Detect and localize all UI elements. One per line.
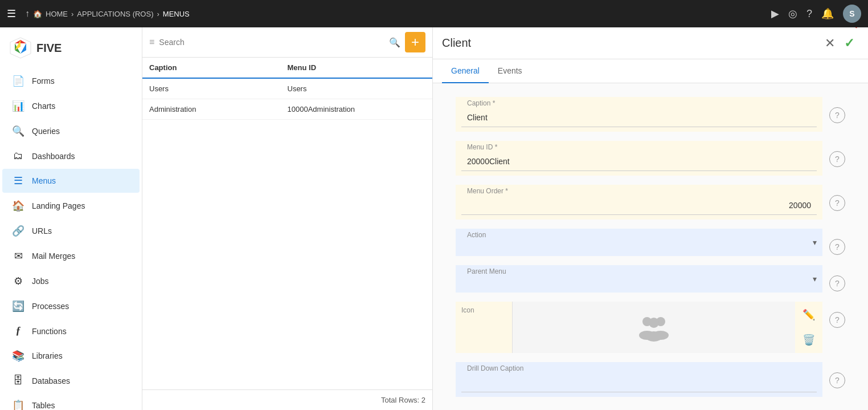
close-button[interactable]: ✕ xyxy=(820,34,840,53)
sidebar-item-urls[interactable]: 🔗 URLs xyxy=(2,219,140,243)
list-toolbar: ≡ 🔍 + ↓ xyxy=(142,27,432,58)
icon-field-wrapper: Icon xyxy=(456,302,822,353)
sidebar-item-label: Queries xyxy=(32,127,60,136)
urls-icon: 🔗 xyxy=(11,225,25,237)
menuorder-container: Menu Order * xyxy=(456,185,822,220)
bell-icon[interactable]: 🔔 xyxy=(821,7,834,20)
sidebar-item-processes[interactable]: 🔄 Processes xyxy=(2,294,140,318)
mail-merges-icon: ✉ xyxy=(11,250,25,262)
action-field-wrapper: Action ▾ xyxy=(456,229,822,256)
table-row[interactable]: Administration 10000Administration xyxy=(142,99,432,120)
tab-events[interactable]: Events xyxy=(489,59,531,83)
home-icon: 🏠 xyxy=(33,10,42,18)
menuid-input[interactable] xyxy=(461,152,817,171)
nav-home-label[interactable]: HOME xyxy=(46,10,68,18)
sidebar-item-mail-merges[interactable]: ✉ Mail Merges xyxy=(2,244,140,268)
menu-icon[interactable]: ☰ xyxy=(7,7,16,20)
column-menuid: Menu ID xyxy=(288,63,426,72)
caption-container: Caption * xyxy=(456,97,822,132)
help-icon[interactable]: ? xyxy=(806,8,812,20)
menuid-help-icon[interactable]: ? xyxy=(829,151,845,167)
sidebar-logo: FIVE xyxy=(0,27,142,68)
forms-icon: 📄 xyxy=(11,75,25,87)
menus-icon: ☰ xyxy=(11,174,25,187)
caption-label: Caption * xyxy=(461,99,817,107)
sidebar-item-label: Jobs xyxy=(32,277,49,286)
sidebar-item-charts[interactable]: 📊 Charts xyxy=(2,94,140,118)
icon-edit-button[interactable]: ✏️ xyxy=(803,308,815,321)
tab-general[interactable]: General xyxy=(442,59,489,83)
topbar: ☰ ↑ 🏠 HOME › APPLICATIONS (ROS) › MENUS … xyxy=(0,0,868,27)
sidebar-item-dashboards[interactable]: 🗂 Dashboards xyxy=(2,144,140,168)
sidebar-item-label: Menus xyxy=(32,176,56,185)
sidebar-item-label: Tables xyxy=(32,401,55,410)
drilldown-help-icon[interactable]: ? xyxy=(829,372,845,388)
breadcrumb: ↑ 🏠 HOME › APPLICATIONS (ROS) › MENUS xyxy=(25,9,767,19)
sidebar-item-functions[interactable]: ƒ Functions xyxy=(2,319,140,343)
sidebar-item-landing-pages[interactable]: 🏠 Landing Pages xyxy=(2,194,140,218)
sidebar-item-libraries[interactable]: 📚 Libraries xyxy=(2,344,140,368)
parentmenu-label: Parent Menu xyxy=(461,267,804,275)
sidebar-item-queries[interactable]: 🔍 Queries xyxy=(2,119,140,143)
sidebar-item-label: Mail Merges xyxy=(32,251,75,261)
table-row[interactable]: Users Users xyxy=(142,79,432,99)
confirm-button[interactable]: ✓ ↗ xyxy=(840,34,859,53)
search-icon[interactable]: 🔍 xyxy=(389,37,400,48)
search-icon[interactable]: ◎ xyxy=(788,7,797,20)
sidebar-item-label: URLs xyxy=(32,226,52,236)
drilldown-label: Drill Down Caption xyxy=(461,364,817,372)
row-caption: Administration xyxy=(149,105,288,113)
sidebar-item-label: Charts xyxy=(32,102,55,111)
libraries-icon: 📚 xyxy=(11,350,25,362)
parentmenu-container: Parent Menu xyxy=(456,265,822,293)
sidebar-item-databases[interactable]: 🗄 Databases xyxy=(2,369,140,392)
icon-delete-button[interactable]: 🗑️ xyxy=(803,334,815,346)
icon-help-icon[interactable]: ? xyxy=(829,312,845,328)
sidebar-item-jobs[interactable]: ⚙ Jobs xyxy=(2,269,140,293)
menuorder-input[interactable] xyxy=(461,196,817,215)
caption-field-wrapper: Caption * xyxy=(456,97,822,132)
icon-preview xyxy=(513,302,795,353)
svg-point-3 xyxy=(649,318,659,328)
menuid-field-wrapper: Menu ID * xyxy=(456,141,822,176)
drilldown-row: Drill Down Caption ? xyxy=(456,362,845,397)
table-header: Caption Menu ID xyxy=(142,58,432,79)
play-icon[interactable]: ▶ xyxy=(771,7,779,20)
sidebar-item-tables[interactable]: 📋 Tables xyxy=(2,393,140,410)
parentmenu-help-icon[interactable]: ? xyxy=(829,275,845,291)
detail-scroll-panel[interactable]: Caption * ? Menu ID * xyxy=(433,83,868,410)
main-layout: FIVE 📄 Forms 📊 Charts 🔍 Queries 🗂 Dashbo… xyxy=(0,27,868,410)
up-icon[interactable]: ↑ xyxy=(25,9,30,19)
dashboards-icon: 🗂 xyxy=(11,150,25,162)
add-button[interactable]: + ↓ xyxy=(405,32,425,52)
drilldown-container: Drill Down Caption xyxy=(456,362,822,397)
avatar[interactable]: S xyxy=(843,5,861,23)
row-caption: Users xyxy=(149,84,288,93)
sidebar-item-menus[interactable]: ☰ Menus xyxy=(2,169,140,193)
sidebar-item-label: Dashboards xyxy=(32,152,75,161)
row-menuid: Users xyxy=(288,84,426,93)
drilldown-input[interactable] xyxy=(461,374,817,392)
sidebar-item-forms[interactable]: 📄 Forms xyxy=(2,69,140,93)
search-input[interactable] xyxy=(159,38,384,47)
nav-menus-label[interactable]: MENUS xyxy=(163,10,190,18)
menuorder-help-icon[interactable]: ? xyxy=(829,195,845,211)
action-help-icon[interactable]: ? xyxy=(829,239,845,255)
sidebar-item-label: Functions xyxy=(32,327,67,336)
functions-icon: ƒ xyxy=(11,325,25,337)
svg-point-6 xyxy=(645,331,662,342)
tables-icon: 📋 xyxy=(11,399,25,410)
parentmenu-select[interactable] xyxy=(461,277,804,288)
icon-section: Icon xyxy=(456,302,822,353)
action-select[interactable] xyxy=(461,240,804,251)
detail-title: Client xyxy=(442,36,820,50)
content-area: ≡ 🔍 + ↓ Caption Menu ID Users Users xyxy=(142,27,868,410)
parentmenu-field-wrapper: Parent Menu ▾ xyxy=(456,265,822,293)
caption-help-icon[interactable]: ? xyxy=(829,107,845,123)
filter-icon[interactable]: ≡ xyxy=(149,37,154,47)
menuid-row: Menu ID * ? xyxy=(456,141,845,176)
caption-input[interactable] xyxy=(461,108,817,127)
sidebar-item-label: Processes xyxy=(32,302,69,311)
detail-form: Caption * ? Menu ID * xyxy=(433,83,868,410)
nav-app-label[interactable]: APPLICATIONS (ROS) xyxy=(77,10,153,18)
